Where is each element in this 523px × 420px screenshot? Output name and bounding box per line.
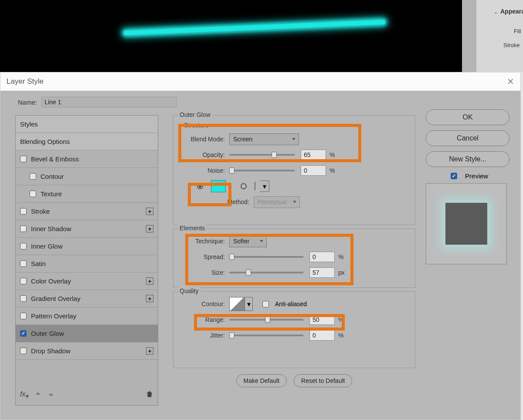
checkbox[interactable] [20,348,27,354]
preview-checkbox[interactable] [451,173,457,179]
range-slider[interactable] [229,319,303,321]
glow-gradient-swatch[interactable] [255,182,255,190]
effect-label: Gradient Overlay [31,295,80,302]
fill-label: Fill [514,28,521,34]
new-style-button[interactable]: New Style... [426,151,509,167]
checkbox[interactable] [20,225,27,232]
effect-label: Stroke [31,208,50,215]
effect-label: Contour [41,173,64,180]
range-input[interactable] [309,314,335,325]
layer-style-dialog: Layer Style ✕ Name: Styles Blending Opti… [0,72,521,420]
effect-contour[interactable]: Contour [16,168,158,185]
effect-inner-glow[interactable]: Inner Glow [16,238,158,255]
glow-color-radio[interactable] [197,183,203,189]
opacity-input[interactable] [301,150,326,160]
effect-drop-shadow[interactable]: Drop Shadow + [16,342,158,360]
blend-mode-select[interactable]: Screen [229,133,299,145]
spread-label: Spread: [180,253,225,260]
unit-px: px [338,269,345,276]
opacity-label: Opacity: [180,151,225,158]
checkbox[interactable] [30,173,36,180]
checkbox[interactable] [20,313,27,319]
effect-label: Drop Shadow [31,347,71,355]
effect-stroke[interactable]: Stroke + [16,203,158,220]
effect-label: Texture [41,190,62,198]
preview-swatch [445,203,487,245]
dialog-titlebar: Layer Style ✕ [0,72,520,91]
method-label: Method: [180,198,249,205]
effect-label: Bevel & Emboss [31,155,79,163]
size-label: Size: [180,269,225,276]
trash-icon[interactable] [146,390,153,400]
move-up-icon[interactable] [34,391,41,400]
antialiased-checkbox[interactable] [262,301,269,307]
effect-bevel-emboss[interactable]: Bevel & Emboss [16,150,158,168]
contour-label: Contour: [180,300,225,307]
checkbox[interactable] [20,278,27,284]
contour-dropdown[interactable]: ▾ [245,297,253,311]
checkbox[interactable] [20,208,27,215]
move-down-icon[interactable] [48,391,54,400]
layer-name-input[interactable] [41,97,177,107]
unit-percent: % [338,332,343,339]
reset-default-button[interactable]: Reset to Default [294,374,352,387]
method-select: Perceptual [254,196,300,208]
effect-texture[interactable]: Texture [16,185,158,203]
cancel-button[interactable]: Cancel [426,130,509,146]
checkbox[interactable] [20,156,27,162]
glow-color-swatch[interactable] [211,180,226,192]
preview-label: Preview [465,172,488,180]
properties-panel-edge: ⌄ Appeara Fill Stroke [462,0,523,72]
jitter-input[interactable] [309,330,335,341]
effect-outer-glow[interactable]: Outer Glow [16,325,158,342]
checkbox[interactable] [30,191,36,197]
add-effect-icon[interactable]: + [146,208,153,215]
make-default-button[interactable]: Make Default [236,374,287,387]
gradient-picker-dropdown[interactable]: ▾ [260,181,269,192]
noise-slider[interactable] [229,170,295,171]
checkbox[interactable] [20,295,27,302]
spread-input[interactable] [309,252,335,262]
glow-gradient-radio[interactable] [241,183,247,189]
range-label: Range: [180,316,225,323]
effect-satin[interactable]: Satin [16,255,158,273]
quality-header: Quality [178,287,200,294]
checkbox[interactable] [20,243,27,249]
close-icon[interactable]: ✕ [507,76,514,87]
disclosure-icon[interactable]: ⌄ [494,9,498,15]
effect-inner-shadow[interactable]: Inner Shadow + [16,220,158,238]
noise-input[interactable] [301,165,326,176]
size-slider[interactable] [229,272,303,273]
ok-button[interactable]: OK [426,109,509,125]
opacity-slider[interactable] [229,154,295,156]
effect-label: Pattern Overlay [31,312,76,320]
fx-menu-icon[interactable]: fx▾ [20,390,28,400]
effect-label: Inner Shadow [31,225,71,232]
effect-color-overlay[interactable]: Color Overlay + [16,273,158,290]
add-effect-icon[interactable]: + [146,225,153,232]
styles-header[interactable]: Styles [16,116,158,133]
spread-slider[interactable] [229,256,303,258]
checkbox[interactable] [20,330,27,337]
effect-pattern-overlay[interactable]: Pattern Overlay [16,307,158,325]
jitter-slider[interactable] [229,335,303,336]
unit-percent: % [329,151,335,158]
technique-select[interactable]: Softer [229,236,267,247]
unit-percent: % [338,316,343,323]
appearance-header: Appeara [500,8,523,15]
structure-header: Structure [184,122,409,129]
add-effect-icon[interactable]: + [146,347,153,355]
checkbox[interactable] [20,260,27,267]
effect-gradient-overlay[interactable]: Gradient Overlay + [16,290,158,307]
unit-percent: % [329,167,335,174]
add-effect-icon[interactable]: + [146,295,153,302]
technique-label: Technique: [180,238,225,245]
stroke-label: Stroke [503,42,520,48]
size-input[interactable] [309,267,335,278]
add-effect-icon[interactable]: + [146,277,153,285]
blend-mode-label: Blend Mode: [180,136,225,143]
blending-options[interactable]: Blending Options [16,133,158,150]
noise-label: Noise: [180,167,225,174]
effect-label: Satin [31,260,46,267]
contour-swatch[interactable] [229,297,245,311]
